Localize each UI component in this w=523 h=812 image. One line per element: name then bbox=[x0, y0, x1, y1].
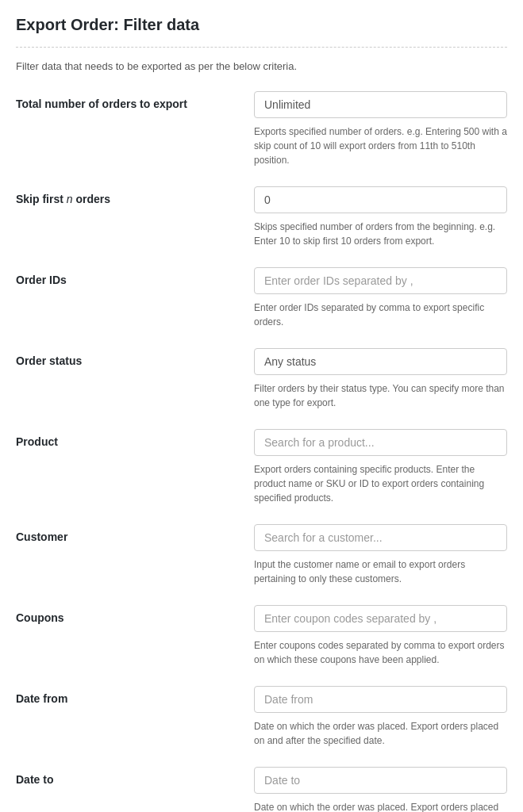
label-col-skip-orders: Skip first n orders bbox=[16, 186, 254, 205]
field-col-order-ids: Enter order IDs separated by comma to ex… bbox=[254, 267, 507, 329]
label-col-customer: Customer bbox=[16, 524, 254, 543]
input-order-ids[interactable] bbox=[254, 267, 507, 294]
field-col-skip-orders: Skips specified number of orders from th… bbox=[254, 186, 507, 248]
form-row-date-to: Date to Date on which the order was plac… bbox=[16, 767, 507, 812]
desc-customer: Input the customer name or email to expo… bbox=[254, 557, 507, 586]
desc-order-ids: Enter order IDs separated by comma to ex… bbox=[254, 301, 507, 329]
input-date-to[interactable] bbox=[254, 767, 507, 794]
form-row-order-status: Order status Filter orders by their stat… bbox=[16, 348, 507, 410]
label-col-date-from: Date from bbox=[16, 686, 254, 705]
label-order-status: Order status bbox=[16, 354, 82, 367]
input-coupons[interactable] bbox=[254, 605, 507, 632]
field-col-coupons: Enter coupons codes separated by comma t… bbox=[254, 605, 507, 667]
form-row-skip-orders: Skip first n orders Skips specified numb… bbox=[16, 186, 507, 248]
desc-order-status: Filter orders by their status type. You … bbox=[254, 381, 507, 410]
field-col-date-to: Date on which the order was placed. Expo… bbox=[254, 767, 507, 812]
label-coupons: Coupons bbox=[16, 611, 64, 624]
field-col-date-from: Date on which the order was placed. Expo… bbox=[254, 686, 507, 748]
label-date-from: Date from bbox=[16, 692, 67, 705]
label-product: Product bbox=[16, 435, 58, 448]
filter-form: Total number of orders to export Exports… bbox=[16, 91, 507, 812]
desc-coupons: Enter coupons codes separated by comma t… bbox=[254, 638, 507, 667]
field-col-order-status: Filter orders by their status type. You … bbox=[254, 348, 507, 410]
label-order-ids: Order IDs bbox=[16, 274, 67, 286]
form-row-coupons: Coupons Enter coupons codes separated by… bbox=[16, 605, 507, 667]
field-col-customer: Input the customer name or email to expo… bbox=[254, 524, 507, 586]
page-title: Export Order: Filter data bbox=[16, 16, 507, 34]
form-row-total-orders: Total number of orders to export Exports… bbox=[16, 91, 507, 167]
label-col-total-orders: Total number of orders to export bbox=[16, 91, 254, 110]
input-customer[interactable] bbox=[254, 524, 507, 551]
section-divider bbox=[16, 47, 507, 48]
form-row-order-ids: Order IDs Enter order IDs separated by c… bbox=[16, 267, 507, 329]
desc-product: Export orders containing specific produc… bbox=[254, 462, 507, 505]
form-row-date-from: Date from Date on which the order was pl… bbox=[16, 686, 507, 748]
input-order-status[interactable] bbox=[254, 348, 507, 375]
desc-date-from: Date on which the order was placed. Expo… bbox=[254, 719, 507, 748]
label-col-order-ids: Order IDs bbox=[16, 267, 254, 286]
form-row-customer: Customer Input the customer name or emai… bbox=[16, 524, 507, 586]
field-col-total-orders: Exports specified number of orders. e.g.… bbox=[254, 91, 507, 167]
label-col-product: Product bbox=[16, 429, 254, 448]
label-col-date-to: Date to bbox=[16, 767, 254, 786]
label-total-orders: Total number of orders to export bbox=[16, 98, 187, 110]
input-total-orders[interactable] bbox=[254, 91, 507, 118]
label-customer: Customer bbox=[16, 530, 67, 543]
label-col-order-status: Order status bbox=[16, 348, 254, 367]
label-col-coupons: Coupons bbox=[16, 605, 254, 624]
desc-date-to: Date on which the order was placed. Expo… bbox=[254, 800, 507, 812]
page-subtitle: Filter data that needs to be exported as… bbox=[16, 60, 507, 72]
label-date-to: Date to bbox=[16, 773, 53, 786]
desc-skip-orders: Skips specified number of orders from th… bbox=[254, 220, 507, 248]
page-container: Export Order: Filter data Filter data th… bbox=[0, 0, 523, 812]
form-row-product: Product Export orders containing specifi… bbox=[16, 429, 507, 505]
input-skip-orders[interactable] bbox=[254, 186, 507, 213]
input-date-from[interactable] bbox=[254, 686, 507, 713]
input-product[interactable] bbox=[254, 429, 507, 456]
field-col-product: Export orders containing specific produc… bbox=[254, 429, 507, 505]
label-skip-orders: Skip first n orders bbox=[16, 193, 110, 205]
desc-total-orders: Exports specified number of orders. e.g.… bbox=[254, 124, 507, 167]
